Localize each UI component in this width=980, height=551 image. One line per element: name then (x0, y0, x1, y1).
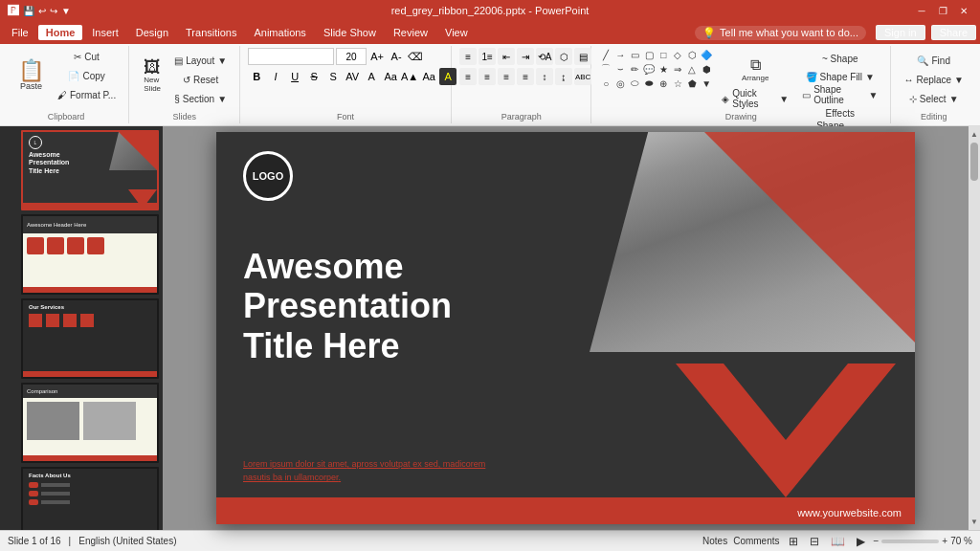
shape10-icon[interactable]: ⊕ (657, 77, 670, 90)
scroll-thumb[interactable] (970, 143, 978, 181)
slideshow-btn[interactable]: ▶ (854, 534, 868, 549)
text-direction[interactable]: ⟲A (536, 48, 553, 65)
quick-access-more[interactable]: ▼ (61, 6, 71, 16)
underline-button[interactable]: U (286, 68, 303, 85)
freeform-icon[interactable]: ✏ (628, 62, 641, 76)
bullets-button[interactable]: ≡ (459, 48, 477, 65)
menu-review[interactable]: Review (386, 25, 435, 40)
zoom-out-btn[interactable]: − (874, 536, 880, 546)
menu-animations[interactable]: Animations (246, 25, 313, 40)
bold-button[interactable]: B (248, 68, 265, 85)
arrow2-icon[interactable]: ⇒ (671, 62, 684, 76)
arrange-button[interactable]: ⧉ Arrange (717, 50, 793, 88)
align-center[interactable]: ≡ (479, 68, 496, 85)
align-right[interactable]: ≡ (498, 68, 515, 85)
slide-1-thumb[interactable]: L AwesomePresentationTitle Here (21, 130, 159, 210)
zoom-in-btn[interactable]: + (942, 536, 947, 546)
italic-button[interactable]: I (267, 68, 284, 85)
more-shapes-icon[interactable]: ▼ (700, 77, 713, 90)
minimize-button[interactable]: ─ (913, 4, 930, 17)
line-spacing[interactable]: ↕ (536, 68, 553, 85)
decrease-indent[interactable]: ⇤ (498, 48, 515, 65)
slide-5-thumb[interactable]: Facts About Us (21, 467, 159, 530)
font-size-aa[interactable]: Aa (382, 68, 399, 85)
rect2-icon[interactable]: □ (657, 48, 670, 61)
share-button[interactable]: Share (931, 25, 976, 40)
vertical-scrollbar[interactable]: ▲ ▼ (969, 126, 980, 530)
reset-button[interactable]: ↺ Reset (169, 71, 232, 88)
shape-outline-button[interactable]: ▭ Shape Outline ▼ (797, 86, 882, 103)
para-spacing[interactable]: ↨ (555, 68, 572, 85)
reading-view-btn[interactable]: 📖 (828, 534, 848, 549)
shape9-icon[interactable]: ⬬ (642, 77, 656, 90)
shape2-icon[interactable]: ⬡ (685, 48, 699, 61)
section-button[interactable]: § Section ▼ (169, 90, 232, 107)
menu-view[interactable]: View (437, 25, 476, 40)
curve-icon[interactable]: ⌒ (599, 62, 612, 76)
numbering-button[interactable]: 1≡ (479, 48, 496, 65)
notes-button[interactable]: Notes (702, 536, 727, 546)
slide-sorter-btn[interactable]: ⊟ (807, 534, 822, 549)
menu-insert[interactable]: Insert (84, 25, 126, 40)
replace-button[interactable]: ↔ Replace ▼ (899, 71, 969, 88)
font-size-increase[interactable]: A+ (368, 48, 386, 65)
arrow-icon[interactable]: → (613, 48, 627, 61)
paste-button[interactable]: 📋 Paste (11, 48, 51, 103)
restore-button[interactable]: ❐ (934, 4, 951, 17)
font-name-input[interactable] (248, 48, 334, 65)
star-icon[interactable]: ★ (657, 62, 670, 76)
comments-button[interactable]: Comments (733, 536, 779, 546)
shape3-icon[interactable]: 🔷 (700, 48, 713, 61)
signin-button[interactable]: Sign in (876, 25, 925, 40)
format-painter-button[interactable]: 🖌 Format P... (53, 86, 121, 103)
justify[interactable]: ≡ (517, 68, 534, 85)
quick-access-save[interactable]: 💾 (23, 6, 34, 16)
tell-me-box[interactable]: 💡 Tell me what you want to do... (695, 26, 866, 40)
shape8-icon[interactable]: ⬭ (628, 77, 641, 90)
normal-view-btn[interactable]: ⊞ (786, 534, 801, 549)
columns-button[interactable]: ▤ (574, 48, 591, 65)
menu-home[interactable]: Home (38, 25, 83, 40)
shape12-icon[interactable]: ⬟ (685, 77, 699, 90)
convert-smartart[interactable]: ⬡ (555, 48, 572, 65)
slide-subtitle[interactable]: Lorem ipsum dolor sit amet, apross volut… (243, 457, 485, 485)
zoom-slider[interactable] (881, 540, 939, 543)
slide-2-thumb[interactable]: Awesome Header Here (21, 214, 159, 295)
rect-icon[interactable]: ▭ (628, 48, 641, 61)
scroll-up-arrow[interactable]: ▲ (969, 128, 980, 141)
font-size-up2[interactable]: A▲ (401, 68, 418, 85)
menu-file[interactable]: File (4, 25, 36, 40)
quick-access-undo[interactable]: ↩ (38, 6, 46, 16)
strikethrough-button[interactable]: S (305, 68, 323, 85)
shape-fill-button[interactable]: 🪣 Shape Fill ▼ (797, 68, 882, 85)
close-button[interactable]: ✕ (955, 4, 972, 17)
font-size-decrease[interactable]: A- (388, 48, 405, 65)
shape7-icon[interactable]: ◎ (613, 77, 627, 90)
slide-3-thumb[interactable]: Our Services (21, 298, 159, 379)
quick-styles-button[interactable]: ◈ Quick Styles ▼ (717, 90, 793, 107)
quick-access-redo[interactable]: ↪ (50, 6, 57, 16)
clear-format-button[interactable]: ⌫ (407, 48, 424, 65)
shadow-button[interactable]: S (324, 68, 342, 85)
change-case-button[interactable]: Aa (420, 68, 437, 85)
shape4-icon[interactable]: △ (685, 62, 699, 76)
line-icon[interactable]: ╱ (599, 48, 612, 61)
menu-slideshow[interactable]: Slide Show (316, 25, 384, 40)
select-button[interactable]: ⊹ Select ▼ (899, 90, 969, 107)
slide-canvas[interactable]: LOGO AwesomePresentationTitle Here Lorem… (216, 132, 915, 524)
text-fill[interactable]: ABC (574, 68, 591, 85)
slide-4-thumb[interactable]: Comparison (21, 383, 159, 463)
shape6-icon[interactable]: ○ (599, 77, 612, 90)
font-color-button[interactable]: A (363, 68, 380, 85)
new-slide-button[interactable]: 🖼 NewSlide (137, 48, 167, 103)
increase-indent[interactable]: ⇥ (517, 48, 534, 65)
font-size-input[interactable] (336, 48, 367, 65)
menu-design[interactable]: Design (128, 25, 176, 40)
shape1-icon[interactable]: ◇ (671, 48, 684, 61)
shape5-icon[interactable]: ⬢ (700, 62, 713, 76)
shape11-icon[interactable]: ☆ (671, 77, 684, 90)
align-left[interactable]: ≡ (459, 68, 477, 85)
copy-button[interactable]: 📄 Copy (53, 67, 121, 84)
callout-icon[interactable]: 💬 (642, 62, 656, 76)
char-spacing-button[interactable]: AV (344, 68, 361, 85)
